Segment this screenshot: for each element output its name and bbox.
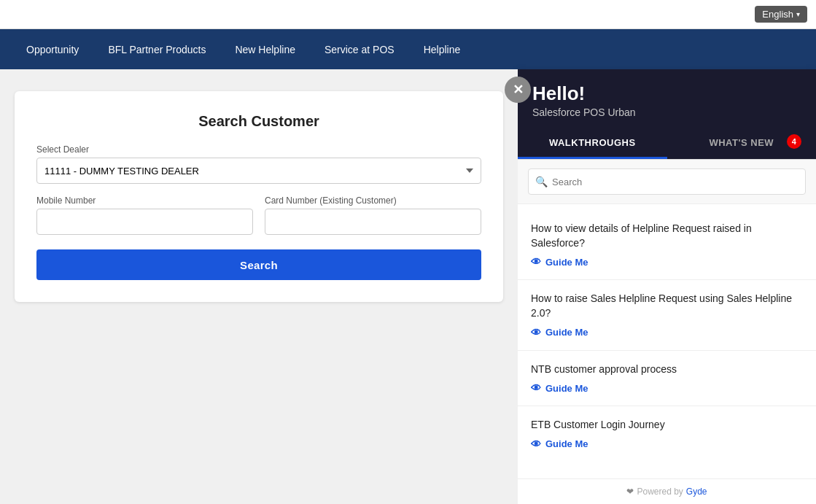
walkthrough-item: How to view details of Helpline Request … <box>518 210 816 280</box>
card-number-group: Card Number (Existing Customer) <box>265 195 481 235</box>
panel-search-wrap: 🔍 <box>518 160 816 204</box>
card-number-label: Card Number (Existing Customer) <box>265 195 481 206</box>
eye-icon: 👁 <box>531 382 541 394</box>
panel-search-input[interactable] <box>528 168 806 195</box>
guide-me-link-4[interactable]: 👁 Guide Me <box>531 438 803 450</box>
panel-greeting: Hello! <box>532 82 801 105</box>
nav-bar: Opportunity BFL Partner Products New Hel… <box>0 29 816 69</box>
guide-me-link-2[interactable]: 👁 Guide Me <box>531 327 803 338</box>
language-label: English <box>762 9 793 20</box>
tab-whats-new[interactable]: WHAT'S NEW 4 <box>667 128 817 159</box>
left-panel: ✕ Search Customer Select Dealer 11111 - … <box>0 69 518 504</box>
whats-new-badge: 4 <box>787 134 801 149</box>
search-icon: 🔍 <box>535 176 548 187</box>
mobile-number-label: Mobile Number <box>36 195 253 206</box>
walkthrough-title: How to raise Sales Helpline Request usin… <box>531 292 803 320</box>
tab-walkthroughs[interactable]: WALKTHROUGHS <box>518 128 667 159</box>
footer-text: Powered by <box>637 486 683 497</box>
gyde-icon: ❤ <box>626 486 634 497</box>
walkthrough-item: NTB customer approval process 👁 Guide Me <box>518 351 816 407</box>
panel-header: Hello! Salesforce POS Urban <box>518 69 816 128</box>
select-dealer-label: Select Dealer <box>36 144 481 155</box>
eye-icon: 👁 <box>531 256 541 268</box>
panel-subtitle: Salesforce POS Urban <box>532 106 801 118</box>
walkthrough-item: How to raise Sales Helpline Request usin… <box>518 280 816 350</box>
eye-icon: 👁 <box>531 438 541 450</box>
walkthrough-title: ETB Customer Login Journey <box>531 418 803 433</box>
mobile-number-group: Mobile Number <box>36 195 253 235</box>
panel-items: How to view details of Helpline Request … <box>518 204 816 478</box>
main-content: ✕ Search Customer Select Dealer 11111 - … <box>0 69 816 504</box>
guide-me-link-3[interactable]: 👁 Guide Me <box>531 382 803 394</box>
panel-search-inner: 🔍 <box>528 168 806 195</box>
nav-item-opportunity[interactable]: Opportunity <box>12 29 93 69</box>
chevron-down-icon: ▾ <box>796 10 800 18</box>
form-row: Mobile Number Card Number (Existing Cust… <box>36 195 481 235</box>
card-number-input[interactable] <box>265 209 481 235</box>
walkthrough-title: How to view details of Helpline Request … <box>531 222 803 250</box>
guide-me-link-1[interactable]: 👁 Guide Me <box>531 256 803 268</box>
nav-item-helpline[interactable]: Helpline <box>409 29 475 69</box>
footer-brand-link[interactable]: Gyde <box>686 486 707 497</box>
walkthrough-item: ETB Customer Login Journey 👁 Guide Me <box>518 406 816 462</box>
right-panel: Hello! Salesforce POS Urban WALKTHROUGHS… <box>518 69 816 504</box>
mobile-number-input[interactable] <box>36 209 253 235</box>
search-card-title: Search Customer <box>36 113 481 130</box>
language-button[interactable]: English ▾ <box>755 6 807 23</box>
close-button[interactable]: ✕ <box>505 77 531 103</box>
nav-item-new-helpline[interactable]: New Helpline <box>220 29 309 69</box>
search-button[interactable]: Search <box>36 249 481 280</box>
panel-tabs: WALKTHROUGHS WHAT'S NEW 4 <box>518 128 816 160</box>
panel-footer: ❤ Powered by Gyde <box>518 478 816 504</box>
search-customer-card: Search Customer Select Dealer 11111 - DU… <box>15 91 503 302</box>
nav-item-bfl-partner-products[interactable]: BFL Partner Products <box>93 29 220 69</box>
top-bar: English ▾ <box>0 0 816 29</box>
eye-icon: 👁 <box>531 327 541 338</box>
nav-item-service-at-pos[interactable]: Service at POS <box>310 29 409 69</box>
dealer-select[interactable]: 11111 - DUMMY TESTING DEALER <box>36 158 481 184</box>
walkthrough-title: NTB customer approval process <box>531 363 803 377</box>
